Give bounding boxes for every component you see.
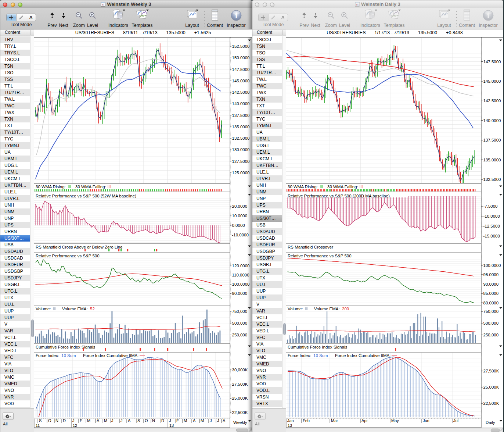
svg-text:Cumulative Force Index Signals: Cumulative Force Index Signals (36, 345, 96, 349)
svg-text:Volume:: Volume: (288, 307, 303, 311)
svg-text:Relative Performance vs S&P 50: Relative Performance vs S&P 500 (52W MA … (36, 194, 136, 198)
svg-text:O: O (48, 418, 51, 423)
svg-text:Relative Performance vs S&P 50: Relative Performance vs S&P 500 (288, 254, 352, 258)
svg-text:Relative Performance vs S&P 50: Relative Performance vs S&P 500 (36, 254, 100, 258)
svg-text:13: 13 (288, 423, 292, 428)
svg-text:i: i (487, 11, 489, 19)
svg-text:137.5000: 137.5000 (232, 113, 250, 118)
svg-text:132.5000: 132.5000 (483, 177, 501, 182)
svg-text:135.0000: 135.0000 (232, 125, 250, 129)
svg-text:Jan: Jan (287, 418, 294, 423)
svg-text:M: M (104, 418, 107, 423)
svg-text:D: D (63, 418, 66, 423)
svg-text:145.0000: 145.0000 (232, 79, 250, 83)
svg-text:150.0000: 150.0000 (232, 56, 250, 60)
svg-text:20.0000: 20.0000 (232, 204, 248, 208)
svg-text:27,500K: 27,500K (232, 382, 248, 386)
svg-text:Feb: Feb (303, 418, 310, 423)
svg-text:S: S (39, 418, 42, 423)
svg-text:Cumulative Force Index Signals: Cumulative Force Index Signals (288, 345, 348, 349)
svg-text:Daily: Daily (486, 420, 495, 425)
svg-text:130.0000: 130.0000 (232, 147, 250, 152)
svg-text:Volume EMA:: Volume EMA: (62, 307, 88, 311)
svg-text:120.0000: 120.0000 (232, 264, 250, 268)
svg-text:A: A (128, 418, 131, 423)
svg-text:500,000: 500,000 (232, 321, 248, 325)
svg-text:Mar: Mar (331, 418, 338, 423)
svg-text:25,000K: 25,000K (483, 385, 499, 389)
svg-text:30 WMA Rising:: 30 WMA Rising: (288, 185, 318, 189)
svg-text:22,500K: 22,500K (232, 410, 248, 415)
svg-text:N: N (55, 418, 58, 423)
svg-text:200: 200 (342, 307, 349, 311)
svg-text:F: F (176, 418, 179, 423)
svg-text:30 WMA Falling:: 30 WMA Falling: (327, 185, 358, 189)
svg-text:140.0000: 140.0000 (483, 118, 501, 123)
svg-text:30 WMA Rising:: 30 WMA Rising: (36, 185, 66, 189)
svg-text:RS Mansfield Cross Above or Be: RS Mansfield Cross Above or Below Zero L… (36, 245, 123, 249)
svg-text:750,000: 750,000 (483, 309, 499, 314)
svg-text:750,000: 750,000 (232, 309, 248, 314)
svg-text:Jun: Jun (423, 418, 429, 423)
svg-text:S: S (137, 418, 140, 423)
svg-text:J: J (72, 418, 75, 423)
svg-text:10.0000: 10.0000 (232, 214, 248, 218)
svg-text:J: J (120, 418, 123, 423)
svg-text:145.0000: 145.0000 (483, 79, 501, 83)
svg-text:J: J (169, 418, 171, 423)
svg-text:0.0000: 0.0000 (232, 223, 245, 228)
svg-text:90.0000: 90.0000 (232, 291, 248, 296)
svg-text:22,500K: 22,500K (483, 401, 499, 406)
svg-text:10 Sum: 10 Sum (313, 353, 328, 358)
svg-text:Force Index:: Force Index: (288, 353, 311, 358)
svg-text:250,000: 250,000 (483, 333, 499, 337)
svg-text:25,000K: 25,000K (232, 396, 248, 400)
svg-text:137.5000: 137.5000 (483, 138, 501, 142)
svg-text:127.5000: 127.5000 (232, 159, 250, 164)
svg-text:152.5000: 152.5000 (232, 44, 250, 49)
svg-text:J: J (210, 418, 212, 423)
svg-text:-15.0000: -15.0000 (483, 234, 500, 238)
svg-text:RS Mansfield Crossover: RS Mansfield Crossover (288, 245, 333, 249)
svg-text:142.5000: 142.5000 (232, 90, 250, 94)
svg-text:Volume:: Volume: (36, 307, 51, 311)
svg-text:10 Sum: 10 Sum (61, 353, 76, 358)
svg-text:100.0000: 100.0000 (232, 282, 250, 286)
svg-text:85.0000: 85.0000 (483, 291, 499, 296)
svg-text:A: A (97, 418, 100, 423)
svg-text:May: May (391, 418, 399, 423)
svg-text:110.0000: 110.0000 (232, 273, 249, 277)
svg-text:142.5000: 142.5000 (483, 99, 501, 103)
svg-text:27,500K: 27,500K (483, 369, 499, 373)
svg-text:100.0000: 100.0000 (483, 263, 501, 268)
svg-text:Apr: Apr (361, 418, 368, 423)
svg-text:-12.5000: -12.5000 (483, 224, 500, 228)
svg-text:N: N (152, 418, 155, 423)
svg-text:Force Index Cumulative 9MA:: Force Index Cumulative 9MA: (83, 353, 138, 358)
svg-text:-7.5000: -7.5000 (483, 204, 498, 208)
svg-text:125.0000: 125.0000 (232, 171, 250, 175)
svg-text:M: M (87, 418, 90, 423)
svg-text:Weekly: Weekly (233, 420, 247, 425)
svg-text:30,000K: 30,000K (232, 368, 248, 372)
svg-text:J: J (217, 418, 219, 423)
svg-text:135.0000: 135.0000 (483, 158, 501, 162)
svg-text:11: 11 (36, 423, 40, 428)
svg-text:A: A (193, 418, 196, 423)
svg-text:D: D (161, 418, 164, 423)
svg-text:95.0000: 95.0000 (483, 272, 499, 277)
svg-text:12: 12 (73, 423, 77, 428)
svg-text:147.5000: 147.5000 (483, 60, 501, 64)
svg-text:30 WMA Falling:: 30 WMA Falling: (75, 185, 106, 189)
svg-text:Relative Performance vs S&P 50: Relative Performance vs S&P 500 (200D MA… (288, 194, 390, 198)
svg-text:250,000: 250,000 (232, 333, 248, 337)
svg-text:52: 52 (90, 307, 95, 311)
svg-text:J: J (111, 418, 114, 423)
svg-text:132.5000: 132.5000 (232, 136, 250, 140)
svg-text:90.0000: 90.0000 (483, 282, 499, 286)
svg-text:Force Index:: Force Index: (36, 353, 59, 358)
svg-text:F: F (80, 418, 82, 423)
svg-text:M: M (184, 418, 187, 423)
svg-text:-10.0000: -10.0000 (232, 233, 249, 237)
svg-text:i: i (235, 11, 237, 19)
